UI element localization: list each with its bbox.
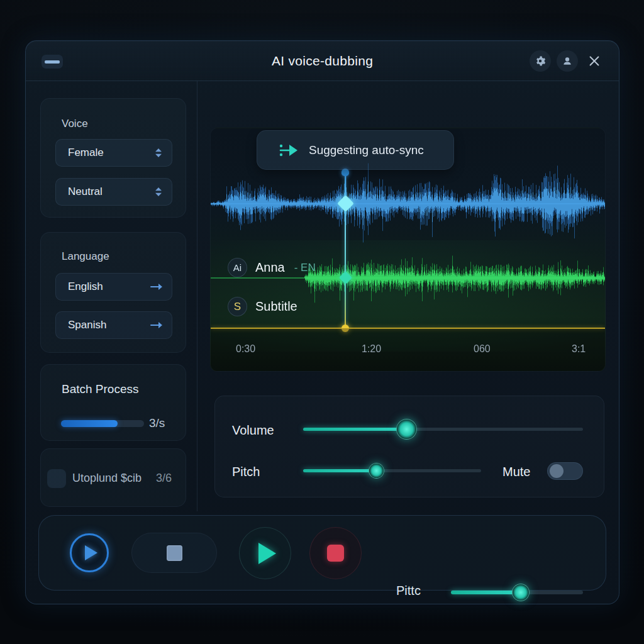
time-label: 0:30: [236, 343, 255, 355]
playhead[interactable]: [345, 171, 346, 330]
pitch-slider-handle[interactable]: [369, 463, 384, 479]
auto-sync-label: Suggesting auto-sync: [309, 143, 424, 157]
upload-count: 3/6: [156, 472, 172, 485]
upload-panel[interactable]: Utoplund $cib 3/6: [40, 448, 186, 507]
transport-slider-handle[interactable]: [512, 584, 530, 601]
time-label: 1:20: [362, 343, 381, 355]
mixer-panel: Volume Pitch Mute: [214, 396, 604, 497]
track-row-anna[interactable]: Ai Anna - EN: [228, 258, 316, 277]
record-button[interactable]: [309, 527, 362, 579]
language-item-spanish[interactable]: Spanish: [55, 311, 172, 339]
play-icon: [258, 543, 276, 564]
track-language: - EN: [294, 262, 316, 274]
volume-slider-handle[interactable]: [396, 419, 417, 440]
record-icon: [327, 545, 344, 562]
language-item-label: English: [68, 280, 103, 293]
transport-slider-label: Pittc: [396, 584, 421, 598]
app-window: AI voice-dubbing Voic: [25, 40, 619, 604]
mute-toggle-knob: [550, 464, 564, 478]
ai-badge: Ai: [228, 258, 247, 277]
language-item-label: Spanish: [68, 319, 106, 331]
voice-panel: Voice Female Neutral: [40, 98, 186, 218]
track-name: Anna: [255, 260, 285, 275]
transport-slider-fill: [451, 591, 521, 594]
track-row-subtitle[interactable]: S Subtitle: [228, 297, 297, 316]
time-label: 060: [474, 343, 491, 355]
arrow-right-icon: [150, 282, 163, 291]
batch-rate: 3/s: [149, 416, 165, 430]
time-label: 3:1: [572, 343, 586, 355]
language-item-english[interactable]: English: [55, 273, 172, 301]
stop-icon: [167, 545, 182, 561]
timeline-panel[interactable]: Suggesting auto-sync Ai Anna - EN S Subt…: [210, 128, 606, 372]
title-bar: AI voice-dubbing: [26, 41, 619, 81]
close-icon: [587, 54, 601, 68]
voice-tone-value: Neutral: [68, 186, 103, 198]
transport-bar: Pittc: [38, 515, 606, 591]
voice-gender-value: Female: [68, 147, 104, 159]
chevron-updown-icon: [154, 187, 163, 197]
auto-sync-icon: [279, 142, 299, 158]
timeline-ruler[interactable]: 0:30 1:20 060 3:1: [211, 328, 605, 371]
language-label: Language: [62, 250, 109, 263]
sidebar-divider: [197, 81, 197, 511]
voice-label: Voice: [62, 118, 88, 130]
upload-label: Utoplund $cib: [72, 472, 142, 485]
batch-panel: Batch Process 3/s: [40, 364, 186, 441]
mute-toggle[interactable]: [547, 462, 583, 480]
gear-icon: [535, 55, 546, 67]
stop-button[interactable]: [131, 533, 217, 573]
settings-button[interactable]: [530, 50, 551, 72]
auto-sync-banner[interactable]: Suggesting auto-sync: [257, 130, 454, 170]
volume-label: Volume: [232, 423, 274, 438]
user-button[interactable]: [557, 50, 578, 72]
source-waveform[interactable]: [211, 160, 606, 248]
subtitle-badge: S: [228, 297, 247, 316]
chevron-updown-icon: [154, 148, 163, 158]
batch-label: Batch Process: [62, 382, 139, 396]
close-button[interactable]: [584, 50, 605, 72]
arrow-right-icon: [150, 321, 163, 330]
pitch-slider-fill: [303, 469, 376, 472]
voice-gender-select[interactable]: Female: [55, 139, 172, 167]
mute-label: Mute: [502, 465, 530, 479]
batch-progress-fill: [61, 420, 118, 427]
track-name: Subtitle: [255, 299, 297, 314]
language-panel: Language English Spanish: [40, 232, 186, 353]
upload-checkbox[interactable]: [47, 469, 66, 488]
play-button[interactable]: [70, 533, 109, 572]
volume-slider[interactable]: [303, 428, 583, 431]
volume-slider-fill: [303, 428, 407, 431]
pitch-label: Pitch: [232, 465, 260, 479]
pitch-slider[interactable]: [303, 469, 481, 472]
voice-tone-select[interactable]: Neutral: [55, 178, 172, 206]
header-actions: [530, 50, 605, 72]
user-icon: [562, 55, 573, 67]
preview-play-button[interactable]: [239, 527, 291, 579]
batch-progress-bar: [61, 420, 144, 427]
play-icon: [85, 545, 97, 560]
